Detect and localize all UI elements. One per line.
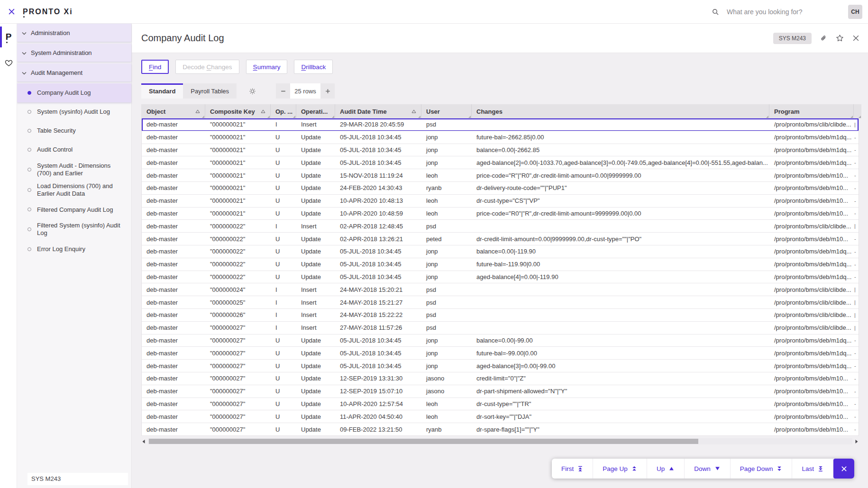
summary-button[interactable]: Summary (246, 60, 288, 74)
cell-changes (472, 296, 769, 309)
sidebar-section-audit-management[interactable]: Audit Management (17, 63, 131, 81)
table-row[interactable]: deb-master"000000021"UUpdate24-FEB-2020 … (142, 182, 859, 195)
tab-payroll-tables[interactable]: Payroll Tables (183, 83, 237, 99)
drillback-button[interactable]: Drillback (294, 60, 333, 74)
menu-close-icon[interactable] (0, 8, 23, 15)
table-row[interactable]: deb-master"000000027"UUpdate09-FEB-2022 … (142, 423, 859, 436)
page-header: Company Audit Log SYS M243 (132, 24, 868, 53)
sidebar-section-system-administration[interactable]: System Administration (17, 44, 131, 62)
scroll-left-icon[interactable] (141, 439, 146, 444)
rows-increase-icon[interactable] (320, 83, 335, 99)
rail-pronto-button[interactable]: P (0, 24, 17, 50)
search-icon[interactable] (712, 8, 719, 16)
sidebar-item-error-log-enquiry[interactable]: Error Log Enquiry (17, 240, 131, 259)
table-row[interactable]: deb-master"000000021"IInsert29-MAR-2018 … (142, 118, 859, 131)
table-row[interactable]: deb-master"000000026"IInsert24-MAY-2018 … (142, 309, 859, 322)
cell-datetime: 15-NOV-2018 11:19:24 (335, 169, 421, 182)
table-row[interactable]: deb-master"000000021"UUpdate05-JUL-2018 … (142, 131, 859, 144)
nav-last-button[interactable]: Last (792, 459, 833, 479)
scroll-right-icon[interactable] (854, 439, 859, 444)
sidebar-item-label: Company Audit Log (37, 89, 91, 97)
sidebar-item-filtered-company-audit-log[interactable]: Filtered Company Audit Log (17, 200, 131, 219)
cell-changes: dr-cust-type=""|"TR" (472, 398, 769, 411)
table-header-cell-composite-key[interactable]: Composite Key (205, 104, 271, 118)
cell-user: psd (421, 322, 472, 334)
sidebar-section-administration[interactable]: Administration (17, 24, 131, 42)
sidebar-item-table-security[interactable]: Table Security (17, 121, 131, 140)
table-row[interactable]: deb-master"000000027"UUpdate05-JUL-2018 … (142, 360, 859, 372)
rail-favourites-button[interactable] (0, 50, 17, 77)
table-header-cell-audit-date-time[interactable]: Audit Date Time (335, 104, 421, 118)
search-input[interactable] (727, 8, 841, 16)
sort-triangle-icon[interactable] (411, 109, 418, 113)
table-row[interactable]: deb-master"000000022"IInsert02-APR-2018 … (142, 220, 859, 233)
sidebar-item-system-audit-dimensions-700-and-earlier[interactable]: System Audit - Dimensions (700) and Earl… (17, 159, 131, 180)
cell-changes (472, 309, 769, 322)
table-row[interactable]: deb-master"000000027"UUpdate12-SEP-2019 … (142, 385, 859, 398)
settings-gear-icon[interactable] (249, 88, 256, 95)
cell-object: deb-master (142, 423, 205, 436)
table-header-cell-changes[interactable]: Changes (472, 104, 769, 118)
cell-datetime: 24-MAY-2018 15:22:22 (335, 309, 421, 322)
table-row[interactable]: deb-master"000000027"IInsert27-MAY-2018 … (142, 322, 859, 334)
scrollbar-thumb[interactable] (149, 439, 698, 444)
table-row[interactable]: deb-master"000000021"UUpdate05-JUL-2018 … (142, 156, 859, 169)
favourite-star-icon[interactable] (836, 34, 844, 42)
cell-object: deb-master (142, 360, 205, 372)
sidebar-item-load-dimensions-700-and-earlier-audit-data[interactable]: Load Dimensions (700) and Earlier Audit … (17, 180, 131, 200)
table-header-cell-op[interactable]: Op. ... (271, 104, 296, 118)
table-row[interactable]: deb-master"000000021"UUpdate05-JUL-2018 … (142, 144, 859, 157)
nav-down-button[interactable]: Down (685, 459, 731, 479)
nav-page-up-button[interactable]: Page Up (593, 459, 647, 479)
table-header-cell-object[interactable]: Object (142, 104, 205, 118)
table-row[interactable]: deb-master"000000027"UUpdate12-SEP-2019 … (142, 372, 859, 385)
table-row[interactable]: deb-master"000000025"IInsert24-MAY-2018 … (142, 296, 859, 309)
sidebar-item-system-sysinfo-audit-log[interactable]: System (sysinfo) Audit Log (17, 102, 131, 121)
sidebar-item-company-audit-log[interactable]: Company Audit Log (17, 83, 131, 102)
table-row[interactable]: deb-master"000000021"UUpdate10-APR-2020 … (142, 195, 859, 208)
find-button[interactable]: Find (141, 60, 169, 74)
tab-standard[interactable]: Standard (141, 83, 183, 99)
cell-program: /pro/pronto/bms/clib/clibde... (769, 322, 854, 334)
cell-program: /pro/pronto/bms/deb/m10... (769, 195, 854, 208)
table-row[interactable]: deb-master"000000022"UUpdate05-JUL-2018 … (142, 245, 859, 258)
table-row[interactable]: deb-master"000000022"UUpdate05-JUL-2018 … (142, 258, 859, 271)
sort-triangle-icon[interactable] (195, 109, 202, 113)
table-row[interactable]: deb-master"000000022"UUpdate05-JUL-2018 … (142, 271, 859, 284)
record-navigation-bar: FirstPage UpUpDownPage DownLast (552, 459, 854, 479)
close-screen-icon[interactable] (852, 35, 859, 42)
table-header-cell-program[interactable]: Program (769, 104, 854, 118)
table-row[interactable]: deb-master"000000027"UUpdate10-APR-2020 … (142, 398, 859, 411)
scrollbar-track[interactable] (148, 438, 852, 444)
cell-edge: - (854, 182, 859, 195)
cell-program: /pro/pronto/bms/deb/m10... (769, 169, 854, 182)
table-row[interactable]: deb-master"000000024"IInsert24-MAY-2018 … (142, 283, 859, 296)
table-row[interactable]: deb-master"000000022"UUpdate02-APR-2018 … (142, 233, 859, 245)
table-row[interactable]: deb-master"000000027"UUpdate11-APR-2020 … (142, 410, 859, 423)
attachment-icon[interactable] (820, 35, 827, 42)
nav-first-button[interactable]: First (552, 459, 593, 479)
cell-program: /pro/pronto/bms/deb/m1dq... (769, 258, 854, 271)
cell-object: deb-master (142, 283, 205, 296)
table-row[interactable]: deb-master"000000027"UUpdate05-JUL-2018 … (142, 334, 859, 347)
main-content: Company Audit Log SYS M243 FindDecode Ch… (132, 24, 868, 488)
table-row[interactable]: deb-master"000000027"UUpdate05-JUL-2018 … (142, 347, 859, 360)
cell-user: jonp (421, 334, 472, 347)
nav-up-button[interactable]: Up (647, 459, 685, 479)
cell-changes: balance=0.00|-2662.85 (472, 144, 769, 157)
avatar[interactable]: CH (848, 5, 862, 19)
rows-decrease-icon[interactable] (276, 83, 290, 99)
table-row[interactable]: deb-master"000000021"UUpdate10-APR-2020 … (142, 208, 859, 220)
sort-triangle-icon[interactable] (261, 109, 267, 113)
sidebar-item-filtered-system-sysinfo-audit-log[interactable]: Filtered System (sysinfo) Audit Log (17, 219, 131, 239)
table-row[interactable]: deb-master"000000021"UUpdate15-NOV-2018 … (142, 169, 859, 182)
nav-close-button[interactable] (833, 459, 854, 479)
nav-page-down-button[interactable]: Page Down (731, 459, 793, 479)
table-header-cell-operati[interactable]: Operati... (296, 104, 335, 118)
table-header-cell-user[interactable]: User (421, 104, 472, 118)
sidebar-item-audit-control[interactable]: Audit Control (17, 140, 131, 159)
cell-program: /pro/pronto/bms/clib/clibde... (769, 220, 854, 233)
cell-program: /pro/pronto/bms/deb/m1dq... (769, 131, 854, 144)
cell-user: leoh (421, 398, 472, 411)
cell-edge: - (854, 334, 859, 347)
